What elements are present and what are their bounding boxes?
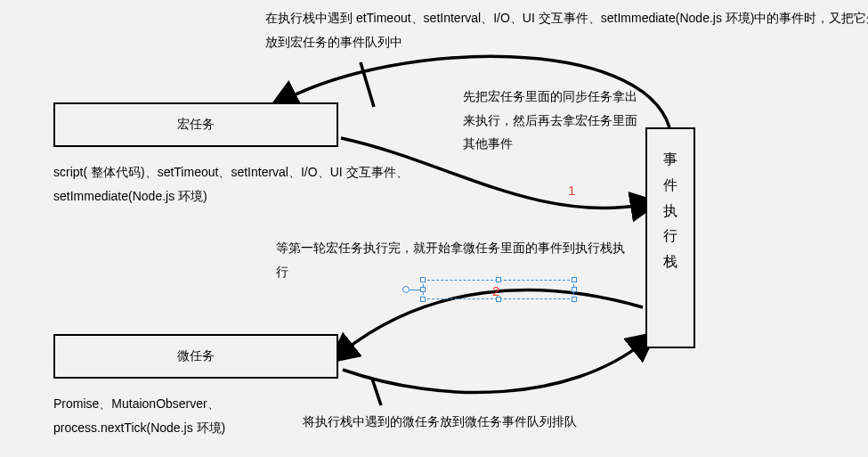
- annotation-top: 在执行栈中遇到 etTimeout、setInterval、I/O、UI 交互事…: [265, 6, 868, 53]
- diagram-arrows: [0, 0, 868, 457]
- annotation-macro-desc: script( 整体代码)、setTimeout、setInterval、I/O…: [53, 160, 410, 208]
- rotate-handle[interactable]: [402, 286, 410, 293]
- resize-handle-tm[interactable]: [496, 277, 501, 282]
- resize-handle-bm[interactable]: [496, 297, 501, 302]
- exec-stack-box: 事 件 执 行 栈: [645, 127, 695, 348]
- annotation-sync: 先把宏任务里面的同步任务拿出来执行，然后再去拿宏任务里面其他事件: [463, 85, 641, 156]
- micro-task-label: 微任务: [177, 348, 215, 364]
- text-selection-box[interactable]: [423, 280, 574, 299]
- stack-char: 事: [663, 147, 677, 173]
- annotation-micro-queue: 将执行栈中遇到的微任务放到微任务事件队列排队: [303, 410, 659, 434]
- resize-handle-tl[interactable]: [420, 277, 426, 282]
- stack-char: 执: [663, 199, 677, 224]
- micro-task-box: 微任务: [53, 334, 338, 379]
- annotation-micro-desc: Promise、MutaionObserver、process.nextTick…: [53, 392, 320, 439]
- step-number-1: 1: [568, 183, 575, 198]
- resize-handle-tr[interactable]: [572, 277, 577, 282]
- stack-char: 栈: [663, 249, 677, 275]
- resize-handle-br[interactable]: [572, 297, 577, 302]
- macro-task-label: 宏任务: [177, 117, 215, 133]
- stack-char: 行: [663, 224, 677, 249]
- annotation-micro-loop: 等第一轮宏任务执行完，就开始拿微任务里面的事件到执行栈执行: [276, 236, 632, 283]
- macro-task-box: 宏任务: [53, 102, 338, 147]
- resize-handle-bl[interactable]: [420, 297, 426, 302]
- resize-handle-ml[interactable]: [420, 287, 426, 292]
- resize-handle-mr[interactable]: [572, 287, 577, 292]
- stack-char: 件: [663, 173, 677, 199]
